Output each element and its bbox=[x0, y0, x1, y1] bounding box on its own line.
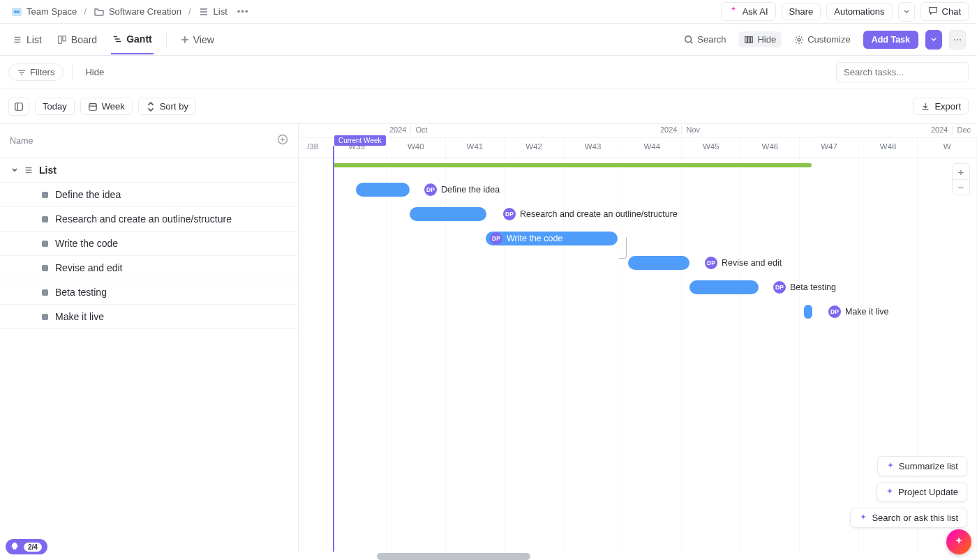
gantt-bar[interactable] bbox=[689, 280, 759, 294]
toggle-sidebar-button[interactable] bbox=[8, 98, 29, 116]
breadcrumb-more-icon[interactable]: ••• bbox=[234, 5, 252, 18]
week-label: W48 bbox=[859, 138, 918, 157]
filters-left: Filters Hide bbox=[8, 63, 108, 81]
share-label: Share bbox=[789, 6, 814, 17]
today-button[interactable]: Today bbox=[35, 98, 75, 115]
ask-ai-button[interactable]: Ask AI bbox=[721, 2, 776, 21]
breadcrumb-folder[interactable]: Software Creation bbox=[91, 4, 184, 20]
breadcrumb-space[interactable]: Team Space bbox=[8, 4, 80, 20]
view-actions: Search Hide Customize Add Task bbox=[678, 30, 966, 50]
task-row[interactable]: Define the idea bbox=[0, 183, 298, 207]
view-more-button[interactable] bbox=[949, 30, 966, 50]
status-dot-icon bbox=[42, 289, 48, 296]
divider bbox=[72, 66, 73, 80]
ai-fab[interactable] bbox=[946, 529, 971, 554]
add-task-dropdown[interactable] bbox=[925, 30, 942, 50]
today-label: Today bbox=[43, 101, 67, 112]
assignee-avatar[interactable]: DP bbox=[503, 208, 516, 220]
filters-button[interactable]: Filters bbox=[8, 63, 64, 81]
horizontal-scrollbar[interactable] bbox=[377, 553, 530, 560]
view-tab-gantt-label: Gantt bbox=[126, 33, 152, 45]
rocket-icon bbox=[10, 542, 20, 552]
add-view-button[interactable]: View bbox=[179, 26, 216, 54]
customize-button[interactable]: Customize bbox=[789, 31, 856, 47]
gantt-bar-label: DPDefine the idea bbox=[424, 183, 500, 196]
week-scale-button[interactable]: Week bbox=[80, 98, 133, 115]
search-tasks-input[interactable] bbox=[836, 62, 969, 82]
gantt-bar[interactable] bbox=[804, 305, 812, 319]
summary-bar[interactable] bbox=[333, 163, 812, 167]
project-update-label: Project Update bbox=[898, 487, 958, 497]
search-tasks-field[interactable] bbox=[844, 67, 961, 77]
task-row[interactable]: Research and create an outline/structure bbox=[0, 207, 298, 232]
export-label: Export bbox=[934, 101, 961, 112]
current-week-badge: Current Week bbox=[334, 135, 386, 146]
week-label: W47 bbox=[800, 138, 859, 157]
share-button[interactable]: Share bbox=[782, 3, 821, 20]
view-tab-list[interactable]: List bbox=[11, 26, 43, 54]
zoom-out-button[interactable]: − bbox=[953, 179, 969, 195]
view-tabs: List Board Gantt View bbox=[11, 25, 216, 54]
svg-rect-10 bbox=[63, 36, 66, 40]
gantt-bar[interactable] bbox=[356, 183, 410, 197]
folder-icon bbox=[94, 6, 105, 17]
assignee-avatar[interactable]: DP bbox=[828, 305, 841, 318]
search-ask-button[interactable]: Search or ask this list bbox=[850, 508, 967, 528]
task-row[interactable]: Revise and edit bbox=[0, 256, 298, 280]
add-task-label: Add Task bbox=[872, 35, 910, 45]
zoom-in-button[interactable]: + bbox=[953, 164, 969, 179]
sort-by-button[interactable]: Sort by bbox=[138, 98, 196, 115]
breadcrumb-separator: / bbox=[188, 6, 191, 17]
summarize-label: Summarize list bbox=[899, 461, 958, 471]
gantt-bar[interactable] bbox=[410, 207, 486, 221]
gantt-row: DPResearch and create an outline/structu… bbox=[299, 202, 977, 226]
breadcrumbs: Team Space / Software Creation / List ••… bbox=[8, 4, 251, 20]
add-column-icon[interactable] bbox=[277, 134, 288, 147]
view-bar: List Board Gantt View Search Hide Custom… bbox=[0, 24, 977, 56]
search-view-button[interactable]: Search bbox=[678, 31, 731, 47]
week-label: W40 bbox=[387, 138, 446, 157]
task-row[interactable]: Make it live bbox=[0, 305, 298, 329]
view-tab-gantt[interactable]: Gantt bbox=[111, 25, 154, 54]
hide-columns-button[interactable]: Hide bbox=[738, 31, 782, 47]
add-task-button[interactable]: Add Task bbox=[863, 31, 918, 49]
week-label: W42 bbox=[505, 138, 564, 157]
svg-point-22 bbox=[954, 39, 955, 40]
filters-label: Filters bbox=[30, 67, 54, 77]
assignee-avatar[interactable]: DP bbox=[773, 281, 786, 294]
gantt-bar[interactable] bbox=[628, 256, 689, 270]
assignee-avatar[interactable]: DP bbox=[705, 257, 717, 269]
project-update-button[interactable]: Project Update bbox=[877, 482, 967, 502]
gantt-bar-label: DPBeta testing bbox=[773, 281, 836, 294]
assignee-avatar[interactable]: DP bbox=[490, 232, 502, 245]
automations-button[interactable]: Automations bbox=[826, 3, 892, 20]
timeline-months: 2024Oct2024Nov2024Dec bbox=[299, 124, 977, 138]
view-tab-list-label: List bbox=[27, 34, 42, 45]
status-dot-icon bbox=[42, 314, 48, 320]
summarize-list-button[interactable]: Summarize list bbox=[877, 456, 967, 476]
task-row[interactable]: Beta testing bbox=[0, 280, 298, 305]
task-row[interactable]: Write the code bbox=[0, 232, 298, 256]
ai-suggestions: Summarize list Project Update Search or … bbox=[850, 456, 967, 528]
task-name: Beta testing bbox=[55, 287, 107, 298]
export-button[interactable]: Export bbox=[913, 98, 969, 115]
breadcrumb-list[interactable]: List bbox=[195, 4, 230, 20]
svg-point-1 bbox=[14, 10, 17, 13]
ask-ai-label: Ask AI bbox=[743, 6, 768, 17]
hide-button[interactable]: Hide bbox=[81, 64, 108, 80]
filters-bar: Filters Hide bbox=[0, 56, 977, 89]
group-name: List bbox=[39, 165, 57, 176]
onboarding-pill[interactable]: 2/4 bbox=[6, 539, 47, 554]
gantt-bar-label: DPWrite the code bbox=[490, 232, 562, 245]
status-dot-icon bbox=[42, 192, 48, 198]
svg-point-16 bbox=[685, 36, 692, 42]
automations-dropdown[interactable] bbox=[898, 2, 915, 22]
week-scale-label: Week bbox=[102, 101, 125, 112]
group-row[interactable]: List bbox=[0, 158, 298, 183]
chat-button[interactable]: Chat bbox=[920, 2, 969, 21]
svg-line-17 bbox=[691, 41, 693, 43]
svg-rect-18 bbox=[745, 36, 747, 43]
assignee-avatar[interactable]: DP bbox=[424, 183, 437, 196]
search-ask-label: Search or ask this list bbox=[872, 513, 958, 523]
view-tab-board[interactable]: Board bbox=[56, 26, 98, 54]
